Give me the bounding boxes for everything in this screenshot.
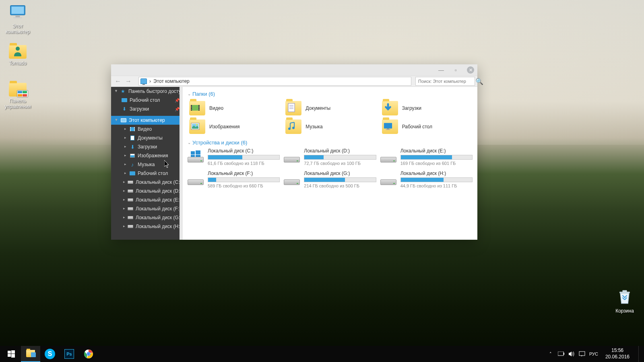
svg-point-10 [191, 106, 192, 107]
svg-rect-40 [558, 352, 564, 356]
search-input[interactable] [418, 79, 474, 84]
drive-item[interactable]: Локальный диск (E:)169 ГБ свободно из 60… [380, 148, 473, 166]
tray-action-center-icon[interactable] [579, 351, 585, 357]
sidebar-item[interactable]: ▸Изображения [111, 151, 183, 160]
folder-item[interactable]: Изображения [188, 118, 280, 136]
tray-volume-icon[interactable] [568, 351, 575, 357]
close-button[interactable]: ✕ [467, 66, 474, 74]
start-button[interactable] [2, 346, 21, 362]
sidebar-item[interactable]: ▸Локальный диск (H:) [111, 222, 183, 231]
drive-item[interactable]: Локальный диск (H:)44,9 ГБ свободно из 1… [380, 171, 473, 188]
sidebar-item-downloads[interactable]: ⬇ Загрузки 📌 [111, 105, 183, 113]
svg-rect-34 [8, 354, 11, 357]
dl-icon: ⬇ [130, 144, 135, 150]
desktop-icon-tornado[interactable]: Tornado [2, 42, 33, 66]
drive-usage-bar [400, 155, 473, 160]
chrome-icon [84, 349, 93, 359]
chevron-down-icon: ▼ [114, 89, 118, 93]
sidebar-item[interactable]: ▸Локальный диск (C:) [111, 178, 183, 187]
drive-icon [284, 173, 300, 185]
sidebar-item-desktop[interactable]: Рабочий стол 📌 [111, 96, 183, 105]
back-button[interactable]: ← [114, 77, 122, 86]
section-folders[interactable]: ⌄ Папки (6) [188, 91, 473, 97]
svg-rect-3 [13, 17, 22, 19]
sidebar-item[interactable]: ▸♪Музыка [111, 160, 183, 169]
show-desktop-button[interactable] [638, 346, 641, 362]
minimize-button[interactable]: — [438, 67, 444, 73]
sidebar-item[interactable]: ▸Локальный диск (G:) [111, 213, 183, 222]
svg-point-22 [196, 124, 198, 125]
drive-item[interactable]: Локальный диск (C:)61,6 ГБ свободно из 1… [188, 148, 280, 166]
tray-clock[interactable]: 15:56 20.06.2016 [602, 348, 633, 360]
tray-language[interactable]: РУС [589, 352, 598, 356]
folder-icon [285, 119, 301, 134]
taskbar-chrome[interactable] [79, 346, 98, 362]
taskbar-explorer[interactable] [21, 346, 40, 362]
maximize-button[interactable]: ▫ [452, 67, 459, 73]
sidebar-item[interactable]: ▸Локальный диск (D:) [111, 187, 183, 195]
tray-network-icon[interactable] [558, 351, 564, 357]
section-drives[interactable]: ⌄ Устройства и диски (6) [188, 140, 473, 146]
chevron-icon: ▸ [123, 206, 125, 210]
folder-item[interactable]: Загрузки [380, 99, 473, 117]
pin-icon: 📌 [175, 98, 180, 103]
folder-item[interactable]: Рабочий стол [380, 118, 473, 136]
drive-usage-bar [304, 155, 376, 160]
drive-item[interactable]: Локальный диск (G:)214 ГБ свободно из 50… [284, 171, 376, 188]
navigation-bar: ← → › Этот компьютер 🔍 [111, 76, 477, 87]
window-titlebar[interactable]: — ▫ ✕ [111, 64, 477, 76]
sidebar: ▼ ★ Панель быстрого доступа Рабочий стол… [111, 87, 183, 240]
svg-rect-16 [288, 103, 295, 112]
desktop-icon-this-pc[interactable]: Этот компьютер [2, 2, 33, 35]
address-bar[interactable]: › Этот компьютер [138, 77, 411, 86]
sidebar-item[interactable]: ▸Локальный диск (F:) [111, 204, 183, 213]
taskbar-photoshop[interactable]: Ps [60, 346, 79, 362]
svg-point-14 [199, 107, 200, 108]
drive-icon [188, 150, 204, 162]
chevron-down-icon: ⌄ [188, 92, 191, 96]
drive-usage-bar [208, 155, 280, 160]
folder-item[interactable]: Музыка [284, 118, 376, 136]
drive-usage-bar [400, 177, 473, 182]
folder-item[interactable]: Документы [284, 99, 376, 117]
folder-icon [189, 101, 205, 115]
forward-button[interactable]: → [124, 77, 133, 86]
drive-item[interactable]: Локальный диск (F:)589 ГБ свободно из 66… [188, 171, 280, 188]
sidebar-item[interactable]: ▸Локальный диск (E:) [111, 195, 183, 204]
search-icon: 🔍 [475, 78, 483, 85]
chevron-icon: ▸ [123, 127, 127, 131]
chevron-down-icon: ▼ [114, 118, 118, 122]
sidebar-item[interactable]: ▸Документы [111, 134, 183, 142]
taskbar: S Ps ˄ РУС 15:56 20.06.2016 [0, 346, 644, 362]
taskbar-skype[interactable]: S [40, 346, 60, 362]
tray-chevron-up-icon[interactable]: ˄ [547, 351, 554, 357]
sidebar-this-pc[interactable]: ▼ Этот компьютер [111, 116, 183, 125]
search-box[interactable]: 🔍 [415, 77, 475, 86]
desktop-icon-recycle-bin[interactable]: Корзина [609, 287, 640, 314]
chevron-down-icon: ⌄ [188, 140, 191, 145]
drive-icon [128, 215, 133, 220]
svg-rect-35 [11, 354, 15, 358]
folder-icon [382, 101, 398, 115]
folder-icon [189, 119, 205, 134]
drive-icon [128, 206, 133, 212]
sidebar-quick-access[interactable]: ▼ ★ Панель быстрого доступа [111, 87, 183, 96]
folder-icon [382, 119, 398, 134]
svg-rect-29 [196, 150, 200, 154]
skype-icon: S [45, 349, 55, 359]
sidebar-item[interactable]: ▸Видео [111, 125, 183, 134]
svg-rect-7 [192, 105, 199, 111]
drive-icon [380, 150, 396, 162]
svg-rect-41 [564, 353, 564, 355]
drive-icon [128, 197, 133, 203]
explorer-window: — ▫ ✕ ← → › Этот компьютер 🔍 ▼ ★ Панель … [111, 64, 477, 240]
folder-item[interactable]: Видео [188, 99, 280, 117]
download-icon: ⬇ [122, 106, 127, 112]
pc-icon [121, 118, 126, 122]
drive-item[interactable]: Локальный диск (D:)72,7 ГБ свободно из 1… [284, 148, 376, 166]
sidebar-scrollbar[interactable] [180, 87, 183, 240]
sidebar-item[interactable]: ▸Рабочий стол [111, 169, 183, 178]
music-icon: ♪ [130, 162, 135, 167]
desktop-icon-control-panel[interactable]: Панель управления [2, 80, 33, 109]
sidebar-item[interactable]: ▸⬇Загрузки [111, 142, 183, 151]
